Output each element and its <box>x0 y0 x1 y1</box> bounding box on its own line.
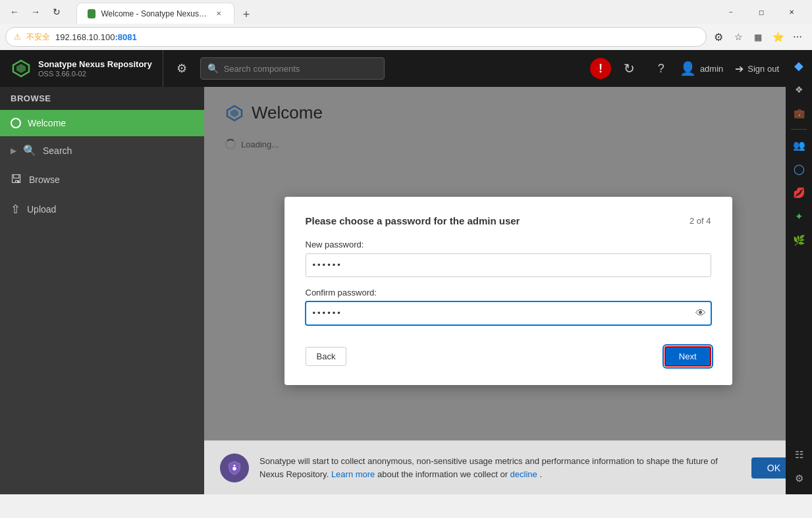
search-nav-icon: 🔍 <box>23 144 36 157</box>
search-icon: 🔍 <box>207 63 219 74</box>
close-button[interactable]: ✕ <box>776 2 807 22</box>
learn-more-link[interactable]: Learn more <box>331 469 375 479</box>
edge-people-icon[interactable]: 👥 <box>788 135 809 156</box>
notification-mid-text: about the information we collect or <box>377 469 510 479</box>
nexus-header: Sonatype Nexus Repository OSS 3.66.0-02 … <box>0 50 786 87</box>
upload-nav-icon: ⇧ <box>11 202 20 217</box>
address-bar-row: ⚠ 不安全 192.168.10.100:8081 ⚙ ☆ ▦ ⭐ ⋯ <box>0 24 812 50</box>
svg-marker-1 <box>16 64 26 73</box>
edge-collections-icon[interactable]: ❖ <box>788 79 809 100</box>
decline-link[interactable]: decline <box>510 469 537 479</box>
modal-footer: Back Next <box>306 346 711 367</box>
app-container: Sonatype Nexus Repository OSS 3.66.0-02 … <box>0 50 812 494</box>
search-placeholder: Search components <box>224 64 300 74</box>
svg-point-5 <box>234 464 236 466</box>
username: admin <box>700 64 723 74</box>
confirm-password-input[interactable] <box>306 301 711 325</box>
notification-text: Sonatype will start to collect anonymous… <box>259 455 741 480</box>
window-controls: ← → ↻ <box>5 3 66 21</box>
sign-out-button[interactable]: ➔ Sign out <box>728 59 786 79</box>
win-controls: − ◻ ✕ <box>716 2 807 22</box>
maximize-button[interactable]: ◻ <box>746 2 776 22</box>
confirm-password-group: Confirm password: 👁 <box>306 288 711 325</box>
settings-button[interactable]: ⚙ <box>163 55 200 82</box>
tab-title: Welcome - Sonatype Nexus Rep... <box>101 9 208 18</box>
sidebar-upload-label: Upload <box>27 204 56 215</box>
active-tab[interactable]: Welcome - Sonatype Nexus Rep... ✕ <box>76 3 234 24</box>
browser-titlebar: ← → ↻ Welcome - Sonatype Nexus Rep... ✕ … <box>0 0 812 24</box>
nexus-logo-icon <box>11 58 32 79</box>
edge-bottom-icons: ☷ ⚙ <box>788 444 809 489</box>
edge-circle-icon[interactable]: ◯ <box>788 159 809 180</box>
search-bar[interactable]: 🔍 Search components <box>200 57 385 80</box>
edge-copilot-icon[interactable]: ◆ <box>788 55 809 76</box>
refresh-button[interactable]: ↻ <box>616 55 643 82</box>
new-password-label: New password: <box>306 240 711 249</box>
tab-bar: Welcome - Sonatype Nexus Rep... ✕ + <box>71 0 711 24</box>
modal-title: Please choose a password for the admin u… <box>306 215 520 226</box>
notification-bar: Sonatype will start to collect anonymous… <box>204 440 812 494</box>
content-area: Welcome Loading... Please choose a passw… <box>204 87 812 494</box>
sidebar-item-upload[interactable]: ⇧ Upload <box>0 194 204 224</box>
tab-close-button[interactable]: ✕ <box>214 9 223 19</box>
browser-menu-button[interactable]: ⋯ <box>788 28 807 46</box>
refresh-button[interactable]: ↻ <box>47 3 66 21</box>
back-button[interactable]: ← <box>5 3 24 21</box>
sidebar: Browse Welcome ▶ 🔍 Search 🖫 Browse ⇧ Upl… <box>0 87 204 494</box>
sidebar-item-welcome[interactable]: Welcome <box>0 110 204 136</box>
new-password-group: New password: <box>306 240 711 277</box>
svg-point-4 <box>232 467 236 471</box>
tab-favicon <box>88 9 95 18</box>
help-button[interactable]: ? <box>648 55 674 82</box>
security-icon: ⚠ <box>14 32 21 41</box>
user-icon: 👤 <box>680 61 696 76</box>
back-button[interactable]: Back <box>306 347 347 366</box>
split-view-button[interactable]: ▦ <box>749 28 767 46</box>
edge-outlook-icon[interactable]: 💋 <box>788 182 809 203</box>
favorites-button[interactable]: ☆ <box>729 28 747 46</box>
address-bar[interactable]: ⚠ 不安全 192.168.10.100:8081 <box>5 27 707 47</box>
edge-sidebar: ◆ ❖ 💼 👥 ◯ 💋 ✦ 🌿 ☷ ⚙ <box>786 50 812 494</box>
new-tab-button[interactable]: + <box>237 5 256 24</box>
notification-end: . <box>539 469 542 479</box>
sign-out-icon: ➔ <box>735 63 744 75</box>
notification-icon <box>220 453 249 482</box>
sidebar-welcome-label: Welcome <box>28 118 66 128</box>
edge-sidebar-divider <box>791 129 807 130</box>
browser-chrome: ← → ↻ Welcome - Sonatype Nexus Rep... ✕ … <box>0 0 812 50</box>
user-menu[interactable]: 👤 admin <box>680 61 723 76</box>
nexus-logo-area: Sonatype Nexus Repository OSS 3.66.0-02 <box>0 50 163 87</box>
welcome-icon <box>11 118 21 128</box>
url-display: 192.168.10.100:8081 <box>55 32 137 42</box>
next-button[interactable]: Next <box>664 346 711 367</box>
nexus-title-main: Sonatype Nexus Repository <box>38 59 152 70</box>
browser-toolbar: ⚙ ☆ ▦ ⭐ ⋯ <box>709 28 807 46</box>
confirm-password-wrapper: 👁 <box>306 301 711 325</box>
modal-header: Please choose a password for the admin u… <box>306 215 711 226</box>
new-password-input[interactable] <box>306 253 711 277</box>
sign-out-label: Sign out <box>747 64 779 74</box>
forward-button[interactable]: → <box>26 3 45 21</box>
sidebar-item-browse[interactable]: 🖫 Browse <box>0 165 204 194</box>
browse-header: Browse <box>0 87 204 110</box>
browse-nav-icon: 🖫 <box>11 172 22 186</box>
edge-feather-icon[interactable]: ✦ <box>788 206 809 227</box>
alert-button[interactable]: ! <box>590 58 611 79</box>
url-warning: 不安全 <box>26 32 50 43</box>
nexus-title: Sonatype Nexus Repository OSS 3.66.0-02 <box>38 59 152 78</box>
edge-briefcase-icon[interactable]: 💼 <box>788 103 809 124</box>
sidebar-browse-label: Browse <box>29 174 60 185</box>
add-favorites-button[interactable]: ⭐ <box>769 28 787 46</box>
sidebar-item-search[interactable]: ▶ 🔍 Search <box>0 136 204 165</box>
expand-icon: ▶ <box>11 146 16 155</box>
edge-settings-icon[interactable]: ⚙ <box>788 468 809 489</box>
toggle-password-visibility-button[interactable]: 👁 <box>695 307 706 319</box>
extensions-button[interactable]: ⚙ <box>709 28 728 46</box>
edge-leaf-icon[interactable]: 🌿 <box>788 230 809 251</box>
edge-grid-icon[interactable]: ☷ <box>788 444 809 465</box>
modal-overlay: Please choose a password for the admin u… <box>204 87 812 494</box>
minimize-button[interactable]: − <box>716 2 746 22</box>
header-right: ! ↻ ? 👤 admin ➔ Sign out <box>590 55 786 82</box>
shield-icon <box>227 460 242 476</box>
sidebar-search-label: Search <box>43 145 72 156</box>
